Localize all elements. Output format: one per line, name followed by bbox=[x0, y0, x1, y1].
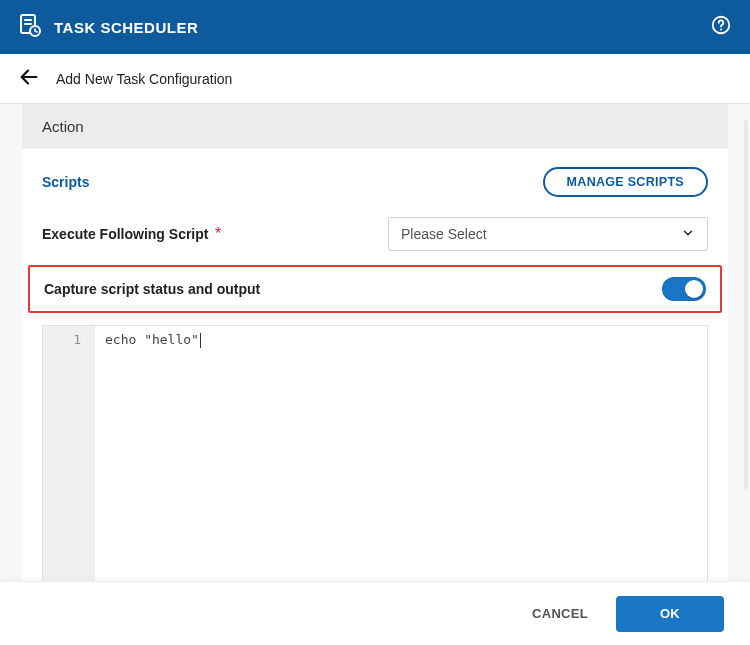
scrollbar-thumb[interactable] bbox=[744, 120, 748, 490]
manage-scripts-button[interactable]: MANAGE SCRIPTS bbox=[543, 167, 708, 197]
dialog-footer: CANCEL OK bbox=[0, 581, 750, 645]
app-header: TASK SCHEDULER bbox=[0, 0, 750, 54]
back-arrow-icon[interactable] bbox=[18, 66, 40, 92]
required-mark: * bbox=[215, 225, 221, 242]
app-logo-icon bbox=[18, 13, 42, 41]
action-panel: Action Scripts MANAGE SCRIPTS Execute Fo… bbox=[22, 104, 728, 590]
script-editor[interactable]: 1 echo "hello" bbox=[42, 325, 708, 590]
text-caret bbox=[200, 333, 201, 348]
cancel-button[interactable]: CANCEL bbox=[522, 598, 598, 629]
svg-point-5 bbox=[720, 29, 722, 31]
script-select[interactable]: Please Select bbox=[388, 217, 708, 251]
script-select-value: Please Select bbox=[401, 226, 487, 242]
editor-content[interactable]: echo "hello" bbox=[95, 326, 707, 589]
page-title: Add New Task Configuration bbox=[56, 71, 232, 87]
capture-output-label: Capture script status and output bbox=[44, 281, 260, 297]
ok-button[interactable]: OK bbox=[616, 596, 724, 632]
page-header: Add New Task Configuration bbox=[0, 54, 750, 104]
execute-script-label: Execute Following Script bbox=[42, 226, 208, 242]
help-icon[interactable] bbox=[710, 14, 732, 40]
editor-gutter: 1 bbox=[43, 326, 95, 589]
chevron-down-icon bbox=[681, 226, 695, 243]
capture-output-row: Capture script status and output bbox=[28, 265, 722, 313]
app-title: TASK SCHEDULER bbox=[54, 19, 198, 36]
code-line: echo "hello" bbox=[105, 332, 199, 347]
scripts-heading: Scripts bbox=[42, 174, 89, 190]
capture-output-toggle[interactable] bbox=[662, 277, 706, 301]
line-number: 1 bbox=[43, 330, 95, 350]
panel-title: Action bbox=[22, 104, 728, 149]
